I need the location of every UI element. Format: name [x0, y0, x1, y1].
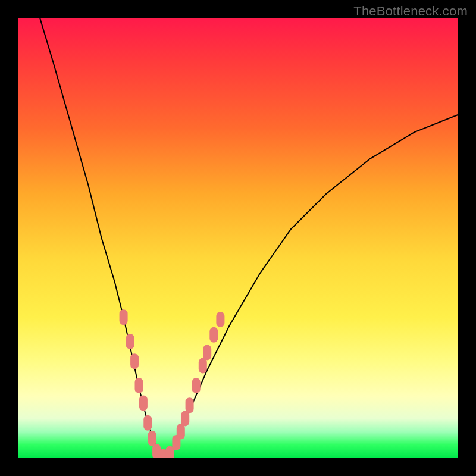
marker-group: [120, 309, 225, 458]
marker-point: [126, 334, 134, 349]
marker-point: [139, 396, 148, 411]
chart-frame: TheBottleneck.com: [0, 0, 476, 476]
marker-point: [148, 431, 156, 446]
marker-point: [177, 424, 185, 440]
marker-point: [181, 411, 189, 426]
marker-point: [199, 358, 207, 374]
marker-point: [186, 397, 194, 413]
curve-layer: [18, 18, 458, 458]
left-curve: [40, 18, 163, 458]
marker-point: [143, 415, 152, 431]
marker-point: [203, 345, 211, 360]
right-curve: [163, 115, 458, 458]
marker-point: [120, 309, 128, 325]
marker-point: [209, 327, 218, 343]
marker-point: [192, 378, 201, 393]
watermark-text: TheBottleneck.com: [353, 4, 468, 19]
plot-area: [18, 18, 458, 458]
marker-point: [130, 353, 139, 369]
marker-point: [135, 378, 143, 393]
marker-point: [216, 312, 224, 327]
